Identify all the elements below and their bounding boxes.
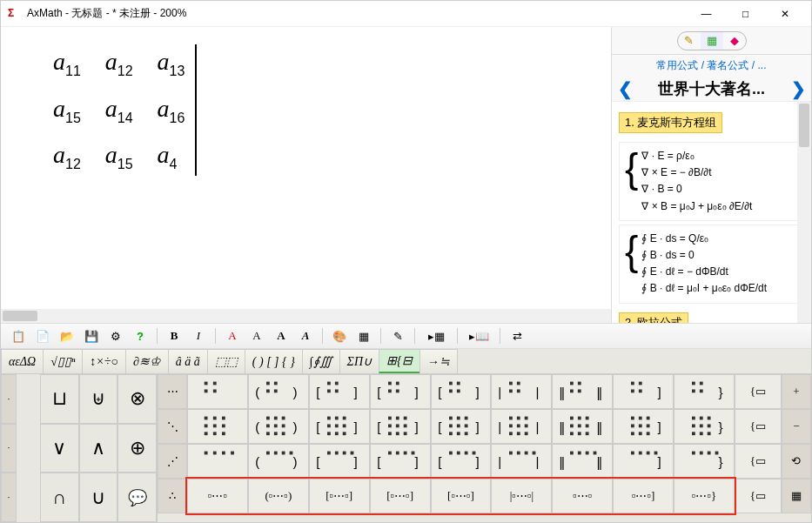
- palette-action-button[interactable]: ⟲: [782, 444, 811, 479]
- palette-matrix-cell[interactable]: []: [309, 444, 370, 479]
- open-button[interactable]: 📂: [57, 326, 77, 345]
- editor-h-scrollbar[interactable]: [1, 309, 611, 323]
- palette-matrix-cell[interactable]: |▫⋯▫|: [491, 479, 552, 513]
- sidebar-prev-button[interactable]: ❮: [617, 78, 633, 99]
- palette-matrix-cell[interactable]: ( ): [248, 374, 309, 409]
- palette-symbol-cell[interactable]: ⊎: [79, 374, 118, 424]
- palette-matrix-cell[interactable]: []: [309, 374, 370, 409]
- palette-matrix-cell[interactable]: ‖‖: [552, 374, 613, 409]
- font-a3-button[interactable]: A: [271, 326, 292, 345]
- palette-tab[interactable]: √▯▯ⁿ: [43, 349, 83, 373]
- palette-row-handle[interactable]: ·: [1, 374, 17, 424]
- matrix-cell[interactable]: a12: [53, 141, 81, 172]
- palette-matrix-cell[interactable]: ▫⋯▫: [552, 479, 613, 513]
- font-a1-button[interactable]: A: [222, 326, 243, 345]
- formula-preview[interactable]: ∇ · E = ρ/ε₀∇ × E = − ∂B/∂t∇ · B = 0∇ × …: [619, 142, 804, 221]
- palette-symbol-cell[interactable]: ∨: [40, 424, 79, 473]
- sidebar-v-scrollbar[interactable]: [797, 102, 811, 323]
- palette-matrix-cell[interactable]: {▭: [735, 374, 782, 409]
- palette-tab[interactable]: ( ) [ ] { }: [245, 349, 303, 373]
- settings-button[interactable]: ⚙: [105, 326, 126, 345]
- palette-symbol-cell[interactable]: ∪: [79, 473, 118, 522]
- sidebar-next-button[interactable]: ❯: [790, 78, 806, 99]
- new-button[interactable]: 📄: [32, 326, 53, 345]
- matrix-cell[interactable]: a11: [53, 48, 81, 79]
- save-button[interactable]: 💾: [81, 326, 102, 345]
- palette-symbol-cell[interactable]: ⊔: [40, 374, 79, 424]
- palette-matrix-cell[interactable]: {▭: [735, 444, 782, 479]
- palette-row-handle[interactable]: ·: [1, 473, 17, 522]
- palette-matrix-cell[interactable]: []: [431, 374, 492, 409]
- matrix-determinant[interactable]: a11a12a13a15a14a16a12a15a4: [53, 44, 197, 176]
- palette-matrix-cell[interactable]: ( ): [248, 409, 309, 444]
- palette-row-icon[interactable]: ⋰: [158, 444, 187, 479]
- matrix-cell[interactable]: a14: [105, 95, 133, 126]
- font-a4-button[interactable]: A: [295, 326, 316, 345]
- palette-matrix-cell[interactable]: [▫⋯▫]: [370, 479, 431, 513]
- palette-matrix-cell[interactable]: ]: [613, 444, 674, 479]
- palette-matrix-cell[interactable]: }: [674, 374, 735, 409]
- palette-tab[interactable]: ⊞{⊟: [379, 349, 420, 373]
- sidebar-breadcrumb[interactable]: 常用公式 / 著名公式 / ...: [612, 55, 811, 77]
- palette-matrix-cell[interactable]: []: [370, 374, 431, 409]
- palette-matrix-cell[interactable]: [187, 374, 248, 409]
- palette-matrix-cell[interactable]: ||: [491, 409, 552, 444]
- matrix-cell[interactable]: a4: [158, 141, 185, 172]
- close-button[interactable]: ✕: [765, 2, 804, 26]
- palette-action-button[interactable]: +: [782, 374, 811, 409]
- palette-matrix-cell[interactable]: [▫⋯▫]: [309, 479, 370, 513]
- sidebar-body[interactable]: 1. 麦克斯韦方程组 ∇ · E = ρ/ε₀∇ × E = − ∂B/∂t∇ …: [612, 101, 811, 323]
- nav-button[interactable]: ⇄: [507, 326, 527, 345]
- palette-tab[interactable]: ↕×÷○: [82, 349, 126, 373]
- book-button[interactable]: ▸📖: [464, 326, 493, 345]
- palette-matrix-cell[interactable]: }: [674, 409, 735, 444]
- palette-matrix-cell[interactable]: []: [309, 409, 370, 444]
- mode-grid-icon[interactable]: ▦: [701, 32, 723, 50]
- edit-button[interactable]: ✎: [387, 326, 408, 345]
- palette-refresh-button[interactable]: ▦: [782, 479, 811, 513]
- palette-matrix-cell[interactable]: ‖‖: [552, 444, 613, 479]
- mode-highlighter-icon[interactable]: ✎: [678, 32, 701, 50]
- color-grid-button[interactable]: ▦: [353, 326, 374, 345]
- palette-matrix-cell[interactable]: []: [431, 444, 492, 479]
- maximize-button[interactable]: □: [726, 2, 765, 26]
- palette-matrix-cell[interactable]: ▫⋯▫]: [613, 479, 674, 513]
- palette-symbol-cell[interactable]: ∩: [40, 473, 79, 522]
- palette-symbol-cell[interactable]: ∧: [79, 424, 118, 473]
- palette-tab[interactable]: ∫∮∭: [302, 349, 340, 373]
- palette-matrix-cell[interactable]: ▫⋯▫: [187, 479, 248, 513]
- palette-matrix-cell[interactable]: ‖‖: [552, 409, 613, 444]
- palette-matrix-cell[interactable]: []: [370, 444, 431, 479]
- color-wheel-button[interactable]: 🎨: [329, 326, 350, 345]
- run-button[interactable]: ▸▦: [421, 326, 451, 345]
- palette-tab[interactable]: ΣΠ∪: [339, 349, 379, 373]
- palette-matrix-cell[interactable]: }: [674, 444, 735, 479]
- matrix-cell[interactable]: a15: [105, 141, 133, 172]
- matrix-cell[interactable]: a16: [158, 95, 185, 126]
- palette-tab[interactable]: αεΔΩ: [1, 349, 44, 373]
- palette-matrix-cell[interactable]: ||: [491, 444, 552, 479]
- palette-matrix-cell[interactable]: {▭: [735, 479, 782, 513]
- palette-tab[interactable]: ⬚⬚: [207, 349, 245, 373]
- palette-tab[interactable]: â ä ã: [168, 349, 208, 373]
- palette-row-icon[interactable]: ∴: [158, 479, 187, 513]
- help-button[interactable]: ?: [130, 326, 151, 345]
- editor-canvas[interactable]: a11a12a13a15a14a16a12a15a4: [1, 27, 611, 323]
- palette-matrix-cell[interactable]: ||: [491, 374, 552, 409]
- palette-matrix-cell[interactable]: ( ): [248, 444, 309, 479]
- bold-button[interactable]: B: [164, 326, 185, 345]
- palette-matrix-cell[interactable]: {▭: [735, 409, 782, 444]
- formula-preview[interactable]: ∮ E · ds = Q/ε₀∮ B · ds = 0∮ E · dℓ = − …: [619, 225, 804, 304]
- palette-action-button[interactable]: −: [782, 409, 811, 444]
- palette-symbol-cell[interactable]: ⊗: [117, 374, 157, 424]
- palette-row-icon[interactable]: ⋯: [158, 374, 187, 409]
- palette-row-icon[interactable]: ⋱: [158, 409, 187, 444]
- minimize-button[interactable]: —: [687, 2, 726, 26]
- palette-matrix-cell[interactable]: [▫⋯▫]: [431, 479, 492, 513]
- palette-matrix-cell[interactable]: ▫⋯▫}: [674, 479, 735, 513]
- italic-button[interactable]: I: [188, 326, 209, 345]
- palette-matrix-cell[interactable]: ]: [613, 409, 674, 444]
- palette-matrix-cell[interactable]: (▫⋯▫): [248, 479, 309, 513]
- palette-symbol-cell[interactable]: ⊕: [117, 424, 157, 473]
- palette-tab[interactable]: ∂≋♔: [125, 349, 169, 373]
